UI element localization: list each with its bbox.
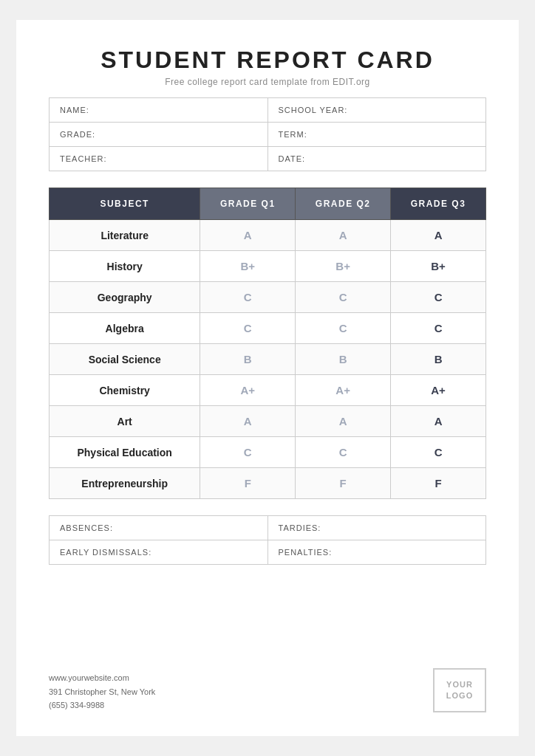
subject-name: Art [50,406,200,437]
grade-q2: C [296,282,391,313]
table-row: ArtAAA [50,406,486,437]
main-title: STUDENT REPORT CARD [49,47,486,74]
grade-q1: A+ [200,375,296,406]
grade-q1: C [200,313,296,344]
grade-q2: B+ [296,251,391,282]
footer: www.yourwebsite.com 391 Christopher St, … [49,662,486,712]
grade-q3: A [391,220,486,251]
table-row: GeographyCCC [50,282,486,313]
subtitle: Free college report card template from E… [49,77,486,87]
logo-box: YOURLOGO [433,668,486,712]
grade-q3: F [391,468,486,499]
q1-header: GRADE Q1 [200,188,296,220]
footer-phone: (655) 334-9988 [49,698,155,712]
footer-address: 391 Christopher St, New York [49,685,155,699]
grade-q2: A+ [296,375,391,406]
grade-q3: B [391,344,486,375]
title-section: STUDENT REPORT CARD Free college report … [49,47,486,87]
penalties-label: PENALTIES: [268,540,486,565]
grade-q2: B [296,344,391,375]
table-row: HistoryB+B+B+ [50,251,486,282]
footer-contact: www.yourwebsite.com 391 Christopher St, … [49,671,155,712]
grade-q2: C [296,313,391,344]
subject-name: Entrepreneurship [50,468,200,499]
attendance-table: ABSENCES: TARDIES: EARLY DISMISSALS: PEN… [49,515,486,565]
q2-header: GRADE Q2 [296,188,391,220]
table-row: AlgebraCCC [50,313,486,344]
term-label: TERM: [268,123,486,147]
subject-name: Physical Education [50,437,200,468]
subject-header: SUBJECT [50,188,200,220]
table-row: Physical EducationCCC [50,437,486,468]
school-year-label: SCHOOL YEAR: [268,98,486,123]
tardies-label: TARDIES: [268,516,486,540]
grade-q3: C [391,282,486,313]
subject-name: History [50,251,200,282]
table-row: Social ScienceBBB [50,344,486,375]
grade-q3: C [391,313,486,344]
subject-name: Geography [50,282,200,313]
q3-header: GRADE Q3 [391,188,486,220]
grade-q1: A [200,406,296,437]
grade-q3: C [391,437,486,468]
grades-table: SUBJECT GRADE Q1 GRADE Q2 GRADE Q3 Liter… [49,188,486,499]
name-label: NAME: [50,98,268,123]
table-row: LiteratureAAA [50,220,486,251]
grade-q2: A [296,220,391,251]
date-label: DATE: [268,147,486,171]
subject-name: Literature [50,220,200,251]
grade-q2: C [296,437,391,468]
subject-name: Algebra [50,313,200,344]
early-dismissals-label: EARLY DISMISSALS: [50,540,268,565]
grade-q1: C [200,437,296,468]
grade-q1: C [200,282,296,313]
subject-name: Social Science [50,344,200,375]
grade-q3: A+ [391,375,486,406]
grade-label: GRADE: [50,123,268,147]
info-table: NAME: SCHOOL YEAR: GRADE: TERM: TEACHER:… [49,97,486,171]
grade-q2: A [296,406,391,437]
grade-q1: B+ [200,251,296,282]
grade-q1: F [200,468,296,499]
grade-q1: B [200,344,296,375]
grade-q1: A [200,220,296,251]
report-card-page: STUDENT REPORT CARD Free college report … [16,20,519,736]
subject-name: Chemistry [50,375,200,406]
absences-label: ABSENCES: [50,516,268,540]
teacher-label: TEACHER: [50,147,268,171]
footer-website: www.yourwebsite.com [49,671,155,685]
grade-q3: B+ [391,251,486,282]
grade-q3: A [391,406,486,437]
grade-q2: F [296,468,391,499]
table-row: ChemistryA+A+A+ [50,375,486,406]
table-row: EntrepreneurshipFFF [50,468,486,499]
